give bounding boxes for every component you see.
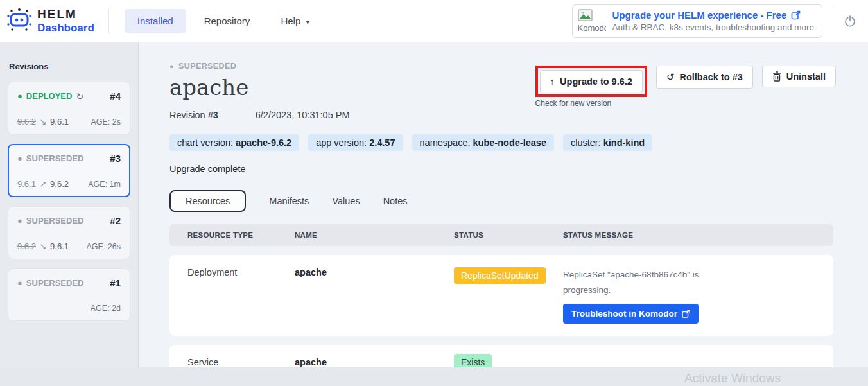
revision-card-2[interactable]: ● SUPERSEDED #2 9.6.2 ↘ 9.6.1 AGE: 26s bbox=[8, 206, 130, 259]
activate-windows-watermark: Activate Windows bbox=[684, 371, 781, 385]
bottom-band: Activate Windows bbox=[0, 367, 868, 386]
revision-label: Revision bbox=[169, 110, 205, 120]
revision-status: ● SUPERSEDED bbox=[17, 216, 83, 225]
status-message-line2: progressing. bbox=[563, 283, 833, 298]
old-version: 9.6.2 bbox=[17, 117, 36, 127]
resource-name: apache bbox=[295, 267, 454, 277]
help-label: Help bbox=[281, 15, 300, 26]
status-dot: ● bbox=[169, 62, 174, 70]
chart-version-badge: chart version: apache-9.6.2 bbox=[169, 134, 299, 151]
rollback-label: Rollback to #3 bbox=[679, 72, 742, 82]
header-divider-2 bbox=[833, 9, 833, 33]
revision-age: AGE: 26s bbox=[87, 242, 121, 251]
trash-icon bbox=[772, 71, 781, 82]
resource-status-cell: ReplicaSetUpdated bbox=[454, 267, 563, 284]
release-status-label: SUPERSEDED bbox=[178, 62, 236, 71]
page-body: Revisions ● DEPLOYED ↻ #4 9.6.2 ↘ 9.6.1 … bbox=[0, 42, 868, 386]
troubleshoot-label: Troubleshoot in Komodor bbox=[571, 309, 677, 319]
version-arrow-icon: ↘ bbox=[39, 241, 48, 251]
header-divider bbox=[108, 9, 109, 33]
release-date: 6/2/2023, 10:31:05 PM bbox=[256, 110, 350, 120]
revision-number: #4 bbox=[110, 91, 121, 101]
badge-value: kind-kind bbox=[603, 137, 645, 148]
revision-card-1[interactable]: ● SUPERSEDED #1 AGE: 2d bbox=[8, 268, 130, 321]
status-label: DEPLOYED bbox=[26, 91, 73, 101]
revisions-title: Revisions bbox=[9, 62, 130, 71]
app-version-badge: app version: 2.4.57 bbox=[308, 134, 403, 151]
revision-versions: 9.6.2 ↘ 9.6.1 bbox=[17, 241, 69, 251]
broken-image-icon bbox=[578, 9, 595, 23]
arrow-up-icon: ↑ bbox=[550, 76, 555, 87]
namespace-badge: namespace: kube-node-lease bbox=[412, 134, 554, 151]
nav-tab-help[interactable]: Help ▾ bbox=[268, 9, 322, 33]
revision-age: AGE: 1m bbox=[88, 180, 121, 189]
col-name: NAME bbox=[295, 231, 454, 239]
logo-line2: Dashboard bbox=[37, 22, 94, 35]
badge-value: 2.4.57 bbox=[369, 137, 395, 148]
revisions-sidebar: Revisions ● DEPLOYED ↻ #4 9.6.2 ↘ 9.6.1 … bbox=[0, 42, 138, 386]
status-message-line1: ReplicaSet "apache-68fb867c4b" is bbox=[563, 267, 833, 283]
revision-info: Revision #3 bbox=[169, 110, 218, 120]
col-resource-type: RESOURCE TYPE bbox=[187, 231, 295, 239]
old-version: 9.6.2 bbox=[17, 241, 36, 251]
status-label: SUPERSEDED bbox=[26, 216, 84, 225]
resource-type: Service bbox=[187, 357, 295, 367]
tab-values[interactable]: Values bbox=[332, 196, 360, 206]
resource-type: Deployment bbox=[187, 267, 295, 277]
check-new-version-link[interactable]: Check for new version bbox=[535, 99, 647, 108]
chevron-down-icon: ▾ bbox=[306, 18, 309, 26]
revision-number: #1 bbox=[110, 277, 121, 288]
uninstall-button[interactable]: Uninstall bbox=[762, 66, 836, 87]
troubleshoot-komodor-button[interactable]: Troubleshoot in Komodor bbox=[563, 304, 699, 324]
status-dot: ● bbox=[17, 154, 22, 163]
resource-name: apache bbox=[295, 357, 454, 367]
nav-tab-installed[interactable]: Installed bbox=[125, 9, 186, 33]
new-version: 9.6.1 bbox=[50, 117, 69, 127]
revision-number: #2 bbox=[110, 215, 121, 226]
rollback-button[interactable]: ↺ Rollback to #3 bbox=[656, 66, 753, 89]
new-version: 9.6.1 bbox=[50, 241, 69, 251]
revision-card-3-selected[interactable]: ● SUPERSEDED #3 9.6.1 ↗ 9.6.2 AGE: 1m bbox=[8, 144, 130, 197]
release-actions: ↑ Upgrade to 9.6.2 Check for new version… bbox=[535, 66, 836, 108]
badge-label: namespace: bbox=[420, 137, 473, 148]
uninstall-label: Uninstall bbox=[786, 71, 826, 82]
tab-notes[interactable]: Notes bbox=[383, 196, 408, 206]
tab-resources[interactable]: Resources bbox=[169, 190, 246, 212]
version-arrow-icon: ↗ bbox=[39, 179, 48, 189]
revision-versions: 9.6.2 ↘ 9.6.1 bbox=[17, 117, 69, 127]
revision-status: ● SUPERSEDED bbox=[17, 154, 83, 163]
nav-tab-repository[interactable]: Repository bbox=[191, 9, 263, 33]
release-badges: chart version: apache-9.6.2 app version:… bbox=[169, 134, 836, 151]
new-version: 9.6.2 bbox=[50, 179, 69, 189]
upgrade-button[interactable]: ↑ Upgrade to 9.6.2 bbox=[540, 70, 643, 92]
upgrade-label: Upgrade to 9.6.2 bbox=[560, 76, 632, 87]
external-link-icon bbox=[791, 10, 801, 20]
revision-age: AGE: 2s bbox=[91, 118, 121, 127]
resources-table: RESOURCE TYPE NAME STATUS STATUS MESSAGE… bbox=[169, 224, 833, 380]
status-label: SUPERSEDED bbox=[26, 278, 84, 288]
tab-manifests[interactable]: Manifests bbox=[269, 196, 309, 206]
badge-value: kube-node-lease bbox=[473, 137, 546, 148]
logo-text: HELM Dashboard bbox=[37, 7, 94, 35]
external-link-icon bbox=[682, 310, 690, 318]
release-meta: Revision #3 6/2/2023, 10:31:05 PM bbox=[169, 110, 836, 120]
rollback-icon: ↺ bbox=[666, 71, 675, 83]
col-status-message: STATUS MESSAGE bbox=[563, 231, 833, 239]
komodor-upgrade-banner[interactable]: Komodor Upgrade your HELM experience - F… bbox=[572, 4, 822, 38]
revision-card-4[interactable]: ● DEPLOYED ↻ #4 9.6.2 ↘ 9.6.1 AGE: 2s bbox=[8, 82, 130, 135]
status-dot: ● bbox=[17, 216, 22, 225]
table-header: RESOURCE TYPE NAME STATUS STATUS MESSAGE bbox=[169, 224, 833, 246]
revision-status: ● SUPERSEDED bbox=[17, 278, 83, 288]
revision-number: #3 bbox=[208, 110, 218, 120]
komodor-image-alt-text: Komodor bbox=[578, 23, 606, 33]
helm-dashboard-logo[interactable]: HELM Dashboard bbox=[6, 6, 94, 36]
old-version: 9.6.1 bbox=[17, 179, 36, 189]
badge-label: chart version: bbox=[177, 137, 236, 148]
badge-value: apache-9.6.2 bbox=[236, 137, 291, 148]
revision-status: ● DEPLOYED ↻ bbox=[17, 91, 83, 101]
badge-label: app version: bbox=[316, 137, 369, 148]
revision-versions: 9.6.1 ↗ 9.6.2 bbox=[17, 179, 69, 189]
status-label: SUPERSEDED bbox=[26, 154, 84, 163]
shutdown-button[interactable] bbox=[844, 15, 856, 28]
main-nav: Installed Repository Help ▾ bbox=[125, 9, 322, 33]
